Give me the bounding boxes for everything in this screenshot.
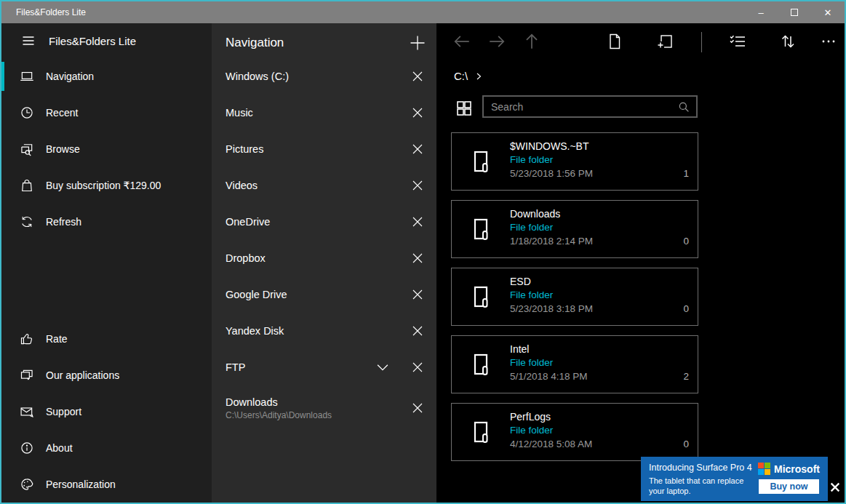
file-row-windows-bt[interactable]: $WINDOWS.~BT File folder 5/23/2018 1:56 … (451, 132, 698, 191)
buy-now-button[interactable]: Buy now (759, 479, 818, 494)
up-arrow-icon (522, 32, 541, 51)
sidebar-item-label: Our applications (46, 369, 119, 381)
file-row-intel[interactable]: Intel File folder 5/1/2018 4:18 PM 2 (451, 335, 698, 393)
multi-select-button[interactable] (727, 31, 748, 52)
sidebar-item-label: About (46, 442, 73, 454)
folder-icon (473, 217, 490, 241)
remove-nav-item-button[interactable] (406, 396, 429, 420)
remove-nav-item-button[interactable] (406, 65, 429, 88)
close-button[interactable]: ✕ (811, 1, 845, 23)
search-input[interactable] (484, 101, 677, 113)
mail-icon (20, 404, 34, 419)
file-row-esd[interactable]: ESD File folder 5/23/2018 3:18 PM 0 (451, 268, 698, 326)
window-title: Files&Folders Lite (1, 7, 744, 17)
nav-item-music[interactable]: Music (212, 95, 436, 131)
remove-nav-item-button[interactable] (406, 283, 429, 306)
new-file-button[interactable] (604, 31, 625, 52)
forward-button[interactable] (487, 31, 507, 52)
breadcrumb-drive[interactable]: C:\ (454, 70, 468, 82)
minimize-icon: – (758, 7, 763, 18)
nav-item-windows-c[interactable]: Windows (C:) (212, 58, 436, 95)
thumbs-up-icon (20, 332, 34, 346)
navigation-panel: Navigation Windows (C:) Music Pictures (212, 23, 436, 503)
close-icon (829, 481, 841, 493)
sidebar-item-about[interactable]: About (1, 430, 212, 466)
sidebar-item-buy-subscription[interactable]: Buy subscription ₹129.00 (1, 167, 212, 204)
remove-nav-item-button[interactable] (406, 137, 429, 161)
ad-brand-area: Microsoft Buy now (750, 457, 828, 501)
file-date: 5/23/2018 3:18 PM (510, 303, 593, 314)
file-type: File folder (510, 154, 553, 165)
folder-icon (473, 353, 490, 376)
remove-nav-item-button[interactable] (406, 319, 429, 343)
sidebar-item-support[interactable]: Support (1, 393, 212, 430)
laptop-icon (20, 69, 34, 84)
sidebar-app-title: Files&Folders Lite (49, 35, 136, 47)
close-icon: ✕ (824, 7, 832, 18)
hamburger-menu-button[interactable] (20, 29, 37, 52)
nav-item-yandex-disk[interactable]: Yandex Disk (212, 313, 436, 349)
grid-view-button[interactable] (452, 97, 476, 120)
file-type: File folder (510, 425, 553, 436)
up-button[interactable] (522, 31, 542, 52)
microsoft-brand: Microsoft (758, 463, 820, 475)
ad-headline: Introducing Surface Pro 4 (649, 463, 747, 473)
plus-icon (409, 34, 426, 52)
more-button[interactable] (818, 31, 839, 52)
minimize-button[interactable]: – (744, 1, 778, 23)
sidebar-item-our-applications[interactable]: Our applications (1, 357, 212, 393)
file-item-count: 0 (683, 236, 689, 247)
apps-icon (20, 368, 34, 383)
maximize-icon (791, 9, 798, 16)
nav-item-dropbox[interactable]: Dropbox (212, 240, 436, 276)
expand-ftp-button[interactable] (371, 356, 394, 379)
hamburger-icon (21, 33, 36, 48)
nav-item-downloads[interactable]: Downloads C:\Users\Aditya\Downloads (212, 385, 436, 431)
sidebar-item-personalization[interactable]: Personalization (1, 466, 212, 503)
close-icon (411, 70, 424, 83)
new-folder-icon (655, 32, 674, 51)
sidebar-item-rate[interactable]: Rate (1, 321, 212, 357)
info-icon (20, 441, 34, 455)
nav-item-onedrive[interactable]: OneDrive (212, 204, 436, 240)
remove-nav-item-button[interactable] (406, 247, 429, 270)
file-type: File folder (510, 222, 553, 233)
remove-nav-item-button[interactable] (406, 210, 429, 233)
nav-item-ftp[interactable]: FTP (212, 349, 436, 385)
folder-icon (473, 420, 490, 444)
sidebar-item-navigation[interactable]: Navigation (1, 58, 212, 95)
file-row-downloads[interactable]: Downloads File folder 1/18/2018 2:14 PM … (451, 200, 698, 258)
sort-button[interactable] (778, 31, 798, 52)
file-panel: C:\ $WINDOWS.~BT File folder 5/23/2018 1… (436, 23, 845, 503)
close-icon (411, 361, 424, 374)
file-row-perflogs[interactable]: PerfLogs File folder 4/12/2018 5:08 AM 0 (451, 403, 698, 461)
nav-item-videos[interactable]: Videos (212, 167, 436, 204)
add-location-button[interactable] (406, 31, 429, 55)
nav-item-pictures[interactable]: Pictures (212, 131, 436, 167)
sidebar-item-refresh[interactable]: Refresh (1, 204, 212, 240)
file-date: 5/1/2018 4:18 PM (510, 371, 588, 382)
chevron-down-icon (375, 359, 391, 375)
sidebar-item-label: Navigation (46, 71, 94, 82)
search-icon[interactable] (677, 100, 696, 113)
ad-banner[interactable]: Introducing Surface Pro 4 The tablet tha… (641, 457, 828, 501)
remove-nav-item-button[interactable] (406, 356, 429, 379)
navigation-panel-header: Navigation (212, 23, 436, 58)
multi-select-icon (728, 32, 747, 51)
sidebar-item-browse[interactable]: Browse (1, 131, 212, 167)
back-button[interactable] (452, 31, 472, 52)
maximize-button[interactable] (778, 1, 811, 23)
new-folder-button[interactable] (655, 31, 675, 52)
remove-nav-item-button[interactable] (406, 101, 429, 124)
clock-icon (20, 105, 34, 120)
remove-nav-item-button[interactable] (406, 174, 429, 197)
breadcrumb[interactable]: C:\ (454, 70, 483, 82)
title-bar: Files&Folders Lite – ✕ (1, 1, 845, 23)
palette-icon (20, 477, 34, 492)
ad-close-button[interactable] (829, 481, 841, 493)
sidebar-item-recent[interactable]: Recent (1, 95, 212, 131)
sidebar-item-label: Browse (46, 143, 80, 155)
shopping-bag-icon (20, 178, 34, 193)
nav-item-google-drive[interactable]: Google Drive (212, 276, 436, 313)
sidebar-item-label: Personalization (46, 479, 116, 490)
